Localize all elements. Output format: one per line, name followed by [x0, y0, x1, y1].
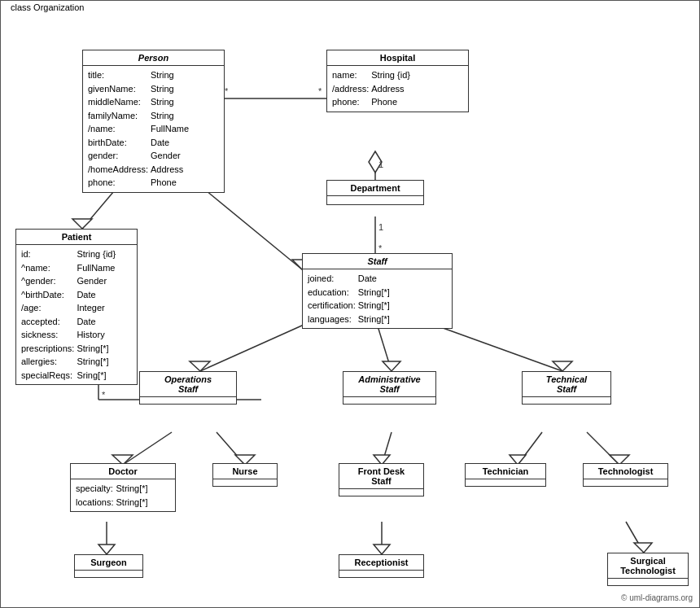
class-person: Person title:String givenName:String mid… [82, 50, 225, 193]
class-receptionist: Receptionist [339, 554, 424, 578]
class-front-desk-body [339, 489, 423, 496]
svg-marker-11 [72, 219, 92, 229]
svg-text:1: 1 [378, 160, 383, 169]
diagram-title: class Organization [7, 2, 88, 12]
class-doctor: Doctor specialty:String[*] locations:Str… [70, 463, 176, 512]
class-patient-body: id:String {id} ^name:FullName ^gender:Ge… [16, 245, 137, 384]
svg-line-30 [518, 432, 542, 465]
svg-line-28 [382, 432, 392, 465]
class-operations-staff: OperationsStaff [139, 371, 237, 405]
class-admin-staff-header: AdministrativeStaff [343, 372, 435, 397]
class-person-header: Person [83, 50, 224, 66]
copyright: © uml-diagrams.org [621, 593, 693, 602]
class-surgeon: Surgeon [74, 554, 143, 578]
class-hospital-header: Hospital [327, 50, 468, 66]
class-staff-header: Staff [303, 254, 452, 269]
class-technician-header: Technician [466, 464, 545, 479]
class-technician: Technician [465, 463, 546, 487]
class-surgical-technologist-body [608, 579, 688, 585]
svg-marker-23 [553, 361, 572, 371]
diagram-container: class Organization * * 1 * 1 * * * [0, 0, 700, 608]
class-technical-staff-body [523, 397, 610, 404]
class-surgical-technologist-header: SurgicalTechnologist [608, 553, 688, 579]
svg-line-18 [200, 318, 318, 371]
class-operations-staff-header: OperationsStaff [140, 372, 236, 397]
svg-marker-37 [374, 545, 390, 554]
class-department-body [327, 196, 423, 204]
class-receptionist-body [339, 571, 423, 577]
class-operations-staff-body [140, 397, 236, 404]
class-front-desk-header: Front DeskStaff [339, 464, 423, 489]
class-department: Department [326, 180, 424, 205]
class-patient: Patient id:String {id} ^name:FullName ^g… [15, 229, 138, 385]
class-department-header: Department [327, 181, 423, 196]
svg-text:*: * [225, 86, 229, 96]
class-technical-staff: TechnicalStaff [522, 371, 611, 405]
class-nurse-header: Nurse [213, 464, 277, 479]
class-person-body: title:String givenName:String middleName… [83, 66, 224, 192]
svg-text:*: * [102, 390, 106, 400]
class-staff-body: joined:Date education:String[*] certific… [303, 269, 452, 328]
svg-text:1: 1 [378, 222, 383, 232]
svg-marker-4 [369, 151, 382, 173]
class-receptionist-header: Receptionist [339, 555, 423, 571]
class-doctor-header: Doctor [71, 464, 175, 479]
class-technologist-header: Technologist [584, 464, 667, 479]
class-surgeon-header: Surgeon [75, 555, 142, 571]
class-admin-staff: AdministrativeStaff [343, 371, 436, 405]
class-nurse: Nurse [212, 463, 278, 487]
svg-text:*: * [378, 243, 383, 253]
class-staff: Staff joined:Date education:String[*] ce… [302, 253, 453, 329]
class-front-desk: Front DeskStaff [339, 463, 424, 496]
svg-line-32 [587, 432, 619, 465]
class-technical-staff-header: TechnicalStaff [523, 372, 610, 397]
class-doctor-body: specialty:String[*] locations:String[*] [71, 479, 175, 511]
class-admin-staff-body [343, 397, 435, 404]
class-nurse-body [213, 479, 277, 486]
svg-marker-19 [190, 361, 210, 371]
class-technician-body [466, 479, 545, 486]
class-technologist: Technologist [583, 463, 668, 487]
svg-marker-21 [383, 361, 400, 371]
class-surgical-technologist: SurgicalTechnologist [607, 553, 689, 586]
svg-line-24 [123, 432, 172, 465]
svg-text:*: * [318, 86, 322, 96]
class-hospital: Hospital name:String {id} /address:Addre… [326, 50, 469, 112]
svg-line-38 [626, 522, 644, 553]
class-surgeon-body [75, 571, 142, 577]
class-patient-header: Patient [16, 230, 137, 245]
svg-line-26 [217, 432, 245, 465]
class-hospital-body: name:String {id} /address:Address phone:… [327, 66, 468, 112]
svg-marker-39 [634, 543, 652, 553]
svg-marker-35 [98, 545, 115, 554]
class-technologist-body [584, 479, 667, 486]
